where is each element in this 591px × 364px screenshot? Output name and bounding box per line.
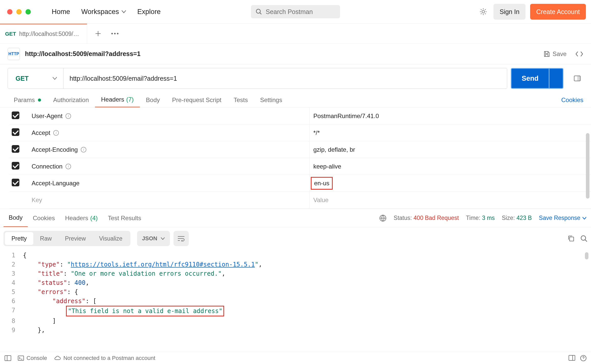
line-number: 6 xyxy=(0,297,23,306)
request-subtabs: Params Authorization Headers (7) Body Pr… xyxy=(0,92,591,108)
nav-workspaces-label: Workspaces xyxy=(81,8,119,16)
send-button[interactable]: Send xyxy=(511,68,563,89)
view-mode-segmented: Pretty Raw Preview Visualize xyxy=(4,231,130,246)
response-body[interactable]: 1{ 2 "type": "https://tools.ietf.org/htm… xyxy=(0,250,591,335)
code-icon[interactable] xyxy=(575,51,583,57)
headers-table: User-Agenti PostmanRuntime/7.41.0 Accept… xyxy=(0,108,591,209)
search-icon xyxy=(256,8,262,15)
sidebar-toggle-button[interactable] xyxy=(571,72,583,85)
panel-right-icon[interactable] xyxy=(569,355,575,361)
tab-headers[interactable]: Headers (7) xyxy=(95,92,140,107)
view-raw[interactable]: Raw xyxy=(33,232,58,245)
gear-icon xyxy=(479,8,487,16)
line-number: 8 xyxy=(0,316,23,326)
response-tab-headers[interactable]: Headers (4) xyxy=(60,209,103,227)
info-icon[interactable]: i xyxy=(65,164,71,169)
params-indicator-icon xyxy=(38,99,41,102)
header-value[interactable]: en-us xyxy=(310,175,591,191)
minimize-window-icon[interactable] xyxy=(16,9,22,15)
search-input[interactable]: Search Postman xyxy=(251,5,340,18)
url-input[interactable] xyxy=(63,68,507,89)
network-icon[interactable] xyxy=(379,215,386,222)
save-response-button[interactable]: Save Response xyxy=(539,215,586,221)
settings-button[interactable] xyxy=(478,6,489,17)
scrollbar[interactable] xyxy=(585,252,588,259)
create-account-button[interactable]: Create Account xyxy=(530,4,586,20)
svg-point-9 xyxy=(581,236,586,240)
add-tab-icon[interactable] xyxy=(95,30,101,37)
line-number: 10 xyxy=(0,335,23,335)
request-header: HTTP http://localhost:5009/email?address… xyxy=(0,44,591,64)
connection-status: Not connected to a Postman account xyxy=(54,355,155,361)
request-tab[interactable]: GET http://localhost:5009/em... xyxy=(0,24,87,43)
header-value[interactable]: PostmanRuntime/7.41.0 xyxy=(310,108,591,124)
scrollbar[interactable] xyxy=(586,133,589,199)
header-key[interactable]: Accept-Encodingi xyxy=(28,141,310,158)
highlighted-error: "This field is not a valid e-mail addres… xyxy=(66,306,224,316)
save-button[interactable]: Save xyxy=(543,50,567,58)
info-icon[interactable]: i xyxy=(53,130,59,136)
highlighted-value: en-us xyxy=(311,177,333,190)
svg-rect-12 xyxy=(569,355,575,360)
table-row: Connectioni keep-alive xyxy=(10,158,591,175)
request-tab-method: GET xyxy=(5,31,16,37)
search-icon[interactable] xyxy=(580,235,587,242)
header-key[interactable]: Accept-Language xyxy=(28,175,310,191)
chevron-down-icon xyxy=(52,77,57,80)
header-checkbox[interactable] xyxy=(12,162,19,170)
panel-left-icon[interactable] xyxy=(5,355,11,361)
tab-authorization[interactable]: Authorization xyxy=(47,92,95,107)
http-badge-icon: HTTP xyxy=(8,48,20,60)
tab-params-label: Params xyxy=(14,96,35,104)
tab-params[interactable]: Params xyxy=(8,92,47,107)
header-value[interactable]: gzip, deflate, br xyxy=(310,141,591,158)
header-value[interactable]: keep-alive xyxy=(310,158,591,175)
header-key[interactable]: User-Agenti xyxy=(28,108,310,124)
view-pretty[interactable]: Pretty xyxy=(5,232,33,245)
svg-point-0 xyxy=(256,9,260,13)
header-checkbox[interactable] xyxy=(12,145,19,153)
response-tab-headers-count: (4) xyxy=(90,215,98,222)
header-value[interactable]: */* xyxy=(310,124,591,141)
chevron-down-icon xyxy=(161,237,165,240)
chevron-down-icon xyxy=(582,217,586,219)
send-split-button[interactable] xyxy=(549,69,563,88)
response-tab-testresults[interactable]: Test Results xyxy=(103,209,146,227)
header-checkbox[interactable] xyxy=(12,128,19,136)
tab-body[interactable]: Body xyxy=(140,92,166,107)
console-label: Console xyxy=(26,355,47,361)
header-value-placeholder[interactable]: Value xyxy=(310,192,591,208)
nav-home[interactable]: Home xyxy=(46,5,76,18)
console-button[interactable]: Console xyxy=(18,355,47,361)
response-tab-body[interactable]: Body xyxy=(4,209,28,227)
header-key-placeholder[interactable]: Key xyxy=(28,192,310,208)
svg-rect-11 xyxy=(18,356,24,360)
tab-settings[interactable]: Settings xyxy=(254,92,288,107)
chevron-down-icon xyxy=(122,10,126,13)
nav-workspaces[interactable]: Workspaces xyxy=(76,5,132,18)
header-checkbox[interactable] xyxy=(12,111,19,119)
info-icon[interactable]: i xyxy=(65,113,71,119)
format-select[interactable]: JSON xyxy=(137,231,170,246)
response-tab-cookies[interactable]: Cookies xyxy=(28,209,60,227)
info-icon[interactable]: i xyxy=(81,147,86,152)
signin-button[interactable]: Sign In xyxy=(493,4,526,20)
header-key[interactable]: Connectioni xyxy=(28,158,310,175)
tab-more-icon[interactable] xyxy=(111,33,119,35)
header-key[interactable]: Accepti xyxy=(28,124,310,141)
wrap-lines-button[interactable] xyxy=(173,231,189,246)
view-preview[interactable]: Preview xyxy=(58,232,92,245)
tab-tests[interactable]: Tests xyxy=(227,92,254,107)
wrap-icon xyxy=(177,236,185,241)
help-icon[interactable] xyxy=(580,355,586,361)
svg-point-4 xyxy=(117,33,118,34)
cookies-link[interactable]: Cookies xyxy=(561,96,583,104)
nav-explore[interactable]: Explore xyxy=(132,5,166,18)
tab-prerequest[interactable]: Pre-request Script xyxy=(166,92,227,107)
maximize-window-icon[interactable] xyxy=(25,9,31,15)
close-window-icon[interactable] xyxy=(7,9,12,15)
copy-icon[interactable] xyxy=(568,235,575,242)
view-visualize[interactable]: Visualize xyxy=(92,232,129,245)
header-checkbox[interactable] xyxy=(12,179,19,186)
method-select[interactable]: GET xyxy=(8,68,63,89)
